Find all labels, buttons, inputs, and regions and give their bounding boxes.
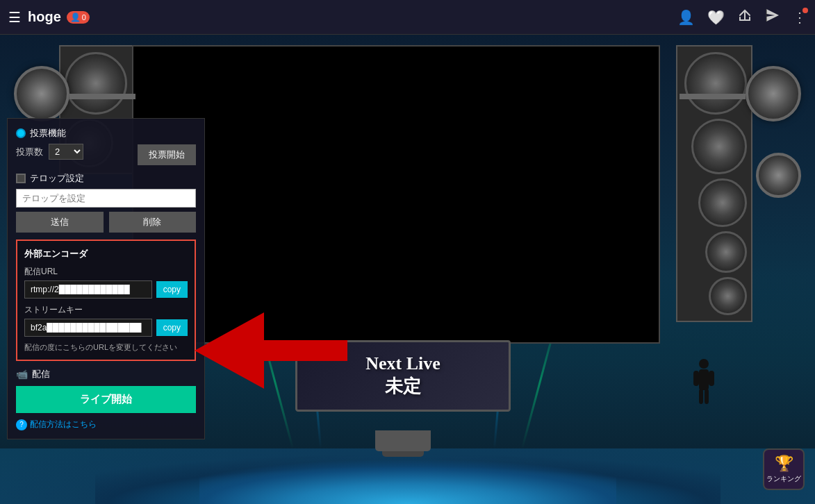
- app-logo: hoge: [28, 9, 61, 25]
- nav-icons: 👤 🤍 ⋮: [677, 8, 807, 26]
- vote-radio[interactable]: [16, 128, 26, 138]
- connector-left: [69, 94, 135, 99]
- video-screen: [132, 45, 660, 344]
- encoder-url-copy-button[interactable]: copy: [156, 281, 188, 298]
- vote-start-button[interactable]: 投票開始: [138, 144, 196, 165]
- help-icon: ?: [16, 419, 27, 430]
- svg-point-1: [699, 359, 709, 369]
- speaker-left-1: [65, 52, 127, 115]
- svg-rect-2: [699, 369, 709, 390]
- telop-buttons: 送信 削除: [16, 212, 196, 233]
- encoder-title: 外部エンコーダ: [24, 248, 188, 260]
- telop-title: テロップ設定: [16, 172, 196, 185]
- camera-icon: 📹: [16, 369, 28, 380]
- broadcast-section: 📹 配信 ライブ開始 ? 配信方法はこちら: [16, 368, 196, 430]
- speaker-left-large: [14, 66, 69, 121]
- broadcast-title: 📹 配信: [16, 368, 196, 380]
- encoder-url-input[interactable]: [24, 280, 152, 299]
- alert-icon[interactable]: ⋮: [793, 9, 807, 26]
- send-icon[interactable]: [765, 8, 780, 26]
- share-icon[interactable]: [737, 8, 752, 26]
- encoder-note: 配信の度にこちらのURLを変更してください: [24, 342, 188, 353]
- badge-count: 0: [82, 13, 86, 22]
- speaker-right-5: [709, 277, 747, 315]
- monitor-stand: [375, 430, 431, 451]
- encoder-section: 外部エンコーダ 配信URL copy ストリームキー copy 配信の度にこちら…: [16, 240, 196, 361]
- vote-count-label: 投票数: [16, 146, 43, 158]
- telop-section: テロップ設定 送信 削除: [16, 172, 196, 233]
- encoder-stream-key-label: ストリームキー: [24, 304, 188, 316]
- ranking-button[interactable]: 🏆 ランキング: [763, 448, 805, 490]
- telop-input[interactable]: [16, 189, 196, 208]
- vote-count-row: 投票数 2 3 4: [16, 144, 83, 160]
- telop-checkbox[interactable]: [16, 174, 26, 183]
- svg-rect-4: [709, 371, 714, 386]
- speaker-right-1: [684, 52, 747, 115]
- svg-rect-3: [693, 371, 699, 386]
- left-control-panel: 投票機能 投票数 2 3 4 投票開始 テロップ設定 送信 削除 外部: [7, 118, 205, 439]
- live-start-button[interactable]: ライブ開始: [16, 386, 196, 413]
- menu-icon[interactable]: ☰: [8, 9, 21, 26]
- speaker-panel-right: [676, 45, 752, 322]
- vote-title-text: 投票機能: [30, 127, 66, 140]
- broadcast-help-text: 配信方法はこちら: [30, 419, 97, 430]
- speaker-right-large: [746, 66, 801, 121]
- speaker-right-large-2: [756, 153, 801, 198]
- vote-section: 投票機能 投票数 2 3 4 投票開始: [16, 127, 196, 165]
- silhouette-figure: [690, 358, 718, 414]
- heart-icon[interactable]: 🤍: [707, 9, 725, 26]
- encoder-url-label: 配信URL: [24, 266, 188, 278]
- telop-send-button[interactable]: 送信: [16, 212, 104, 233]
- svg-rect-6: [705, 389, 709, 404]
- speaker-right-3: [698, 178, 747, 227]
- profile-icon[interactable]: 👤: [677, 9, 695, 26]
- svg-rect-5: [699, 389, 703, 404]
- vote-count-select[interactable]: 2 3 4: [49, 144, 83, 160]
- telop-title-text: テロップ設定: [30, 172, 84, 185]
- broadcast-help[interactable]: ? 配信方法はこちら: [16, 419, 196, 430]
- person-badge-icon: 👤: [70, 12, 81, 22]
- connector-right: [680, 94, 746, 99]
- encoder-stream-key-input[interactable]: [24, 319, 152, 337]
- encoder-url-row: copy: [24, 280, 188, 299]
- vote-title: 投票機能: [16, 127, 196, 140]
- navbar: ☰ hoge 👤 0 👤 🤍 ⋮: [0, 0, 815, 35]
- ranking-label: ランキング: [766, 474, 801, 484]
- broadcast-title-text: 配信: [32, 368, 50, 380]
- notification-badge[interactable]: 👤 0: [67, 11, 90, 24]
- svg-marker-0: [195, 312, 347, 389]
- encoder-stream-key-copy-button[interactable]: copy: [156, 319, 188, 336]
- encoder-stream-key-row: copy: [24, 319, 188, 337]
- speaker-right-2: [691, 119, 747, 174]
- red-arrow: [195, 305, 347, 398]
- ranking-icon: 🏆: [775, 455, 793, 473]
- telop-delete-button[interactable]: 削除: [109, 212, 197, 233]
- speaker-right-4: [705, 231, 747, 273]
